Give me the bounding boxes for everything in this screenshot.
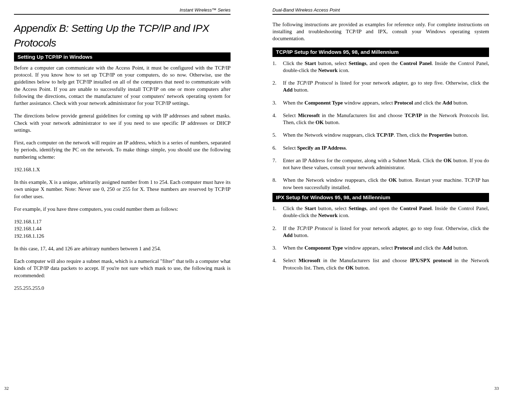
para-arbitrary: In this case, 17, 44, and 126 are arbitr… bbox=[14, 245, 231, 252]
left-page: Instant Wireless™ Series Appendix B: Set… bbox=[14, 7, 231, 385]
left-header: Instant Wireless™ Series bbox=[14, 7, 231, 15]
tcp-step-2: If the TCP/IP Protocol is listed for you… bbox=[280, 79, 489, 94]
tcp-step-3: When the Component Type window appears, … bbox=[280, 99, 489, 106]
left-content: Appendix B: Setting Up the TCP/IP and IP… bbox=[14, 21, 231, 385]
para-intro: Before a computer can communicate with t… bbox=[14, 64, 231, 107]
tcp-step-4: Select Microsoft in the Manufacturers li… bbox=[280, 112, 489, 126]
tcp-step-8: When the Network window reappears, click… bbox=[280, 177, 489, 191]
para-x-explain: In this example, X is a unique, arbitrar… bbox=[14, 179, 231, 200]
appendix-title: Appendix B: Setting Up the TCP/IP and IP… bbox=[14, 21, 231, 50]
tcp-step-7: Enter an IP Address for the computer, al… bbox=[280, 157, 489, 171]
example-ip-3: 192.168.1.126 bbox=[14, 232, 231, 239]
tcp-steps: Click the Start button, select Settings,… bbox=[272, 60, 489, 191]
left-header-text: Instant Wireless™ Series bbox=[14, 7, 231, 13]
para-subnet: Each computer will also require a subnet… bbox=[14, 258, 231, 279]
tcp-step-1: Click the Start button, select Settings,… bbox=[280, 60, 489, 74]
example-ip-2: 192.168.1.44 bbox=[14, 225, 231, 232]
subnet-mask: 255.255.255.0 bbox=[14, 285, 231, 292]
page-number-right: 33 bbox=[494, 385, 499, 392]
tcp-step-6: Select Specify an IP Address. bbox=[280, 144, 489, 151]
right-header-text: Dual-Band Wireless Access Point bbox=[272, 7, 340, 13]
para-example-intro: For example, if you have three computers… bbox=[14, 206, 231, 213]
para-directions: The directions below provide general gui… bbox=[14, 112, 231, 134]
ipx-step-1: Click the Start button, select Settings,… bbox=[280, 205, 489, 219]
right-content: The following instructions are provided … bbox=[272, 21, 489, 385]
page-number-left: 32 bbox=[4, 385, 9, 392]
example-ip-1: 192.168.1.17 bbox=[14, 218, 231, 225]
section-ipx-setup: IPX Setup for Windows 95, 98, and Millen… bbox=[272, 193, 489, 202]
ipx-step-3: When the Component Type window appears, … bbox=[280, 244, 489, 251]
section-tcpip-setup: TCP/IP Setup for Windows 95, 98, and Mil… bbox=[272, 48, 489, 57]
section-setting-up-tcpip: Setting Up TCP/IP in Windows bbox=[14, 52, 231, 62]
right-page: Dual-Band Wireless Access Point The foll… bbox=[272, 7, 489, 385]
tcp-step-5: When the Network window reappears, click… bbox=[280, 131, 489, 138]
ip-scheme: 192.168.1.X bbox=[14, 166, 231, 173]
ipx-steps: Click the Start button, select Settings,… bbox=[272, 205, 489, 271]
ipx-step-4: Select Microsoft in the Manufacturers li… bbox=[280, 257, 489, 271]
para-ip-needed: First, each computer on the network will… bbox=[14, 139, 231, 160]
right-header: Dual-Band Wireless Access Point bbox=[272, 7, 489, 15]
para-reference: The following instructions are provided … bbox=[272, 21, 489, 42]
ipx-step-2: If the TCP/IP Protocol is listed for you… bbox=[280, 225, 489, 239]
